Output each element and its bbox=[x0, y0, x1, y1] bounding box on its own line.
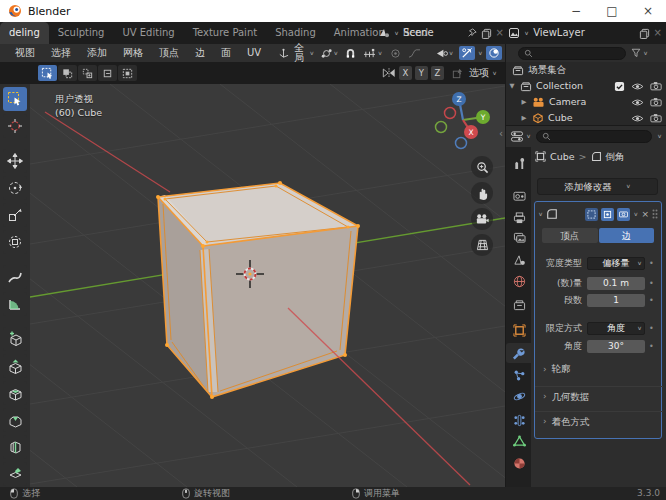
angle-input[interactable]: 30° bbox=[587, 340, 645, 353]
expand-icon[interactable]: ▶ bbox=[520, 99, 528, 106]
tool-knife[interactable] bbox=[3, 462, 27, 486]
scene-selector[interactable]: ∨ Scene × bbox=[378, 22, 504, 44]
outliner-search-input[interactable] bbox=[536, 48, 620, 59]
panel-expand-icon[interactable]: ∨ bbox=[538, 211, 543, 217]
proportional-falloff-dropdown[interactable] bbox=[406, 47, 423, 60]
workspace-tab-shading[interactable]: Shading bbox=[266, 22, 325, 44]
tab-vertices[interactable]: 顶点 bbox=[542, 228, 598, 243]
tool-move[interactable] bbox=[3, 149, 27, 173]
gizmos-toggle[interactable] bbox=[459, 46, 475, 60]
tool-bevel[interactable] bbox=[3, 408, 27, 432]
tab-modifiers[interactable] bbox=[506, 343, 532, 363]
menu-add[interactable]: 添加 bbox=[80, 48, 114, 58]
eye-icon[interactable] bbox=[631, 82, 644, 91]
drag-handle-icon[interactable] bbox=[652, 209, 658, 219]
tab-world[interactable] bbox=[506, 271, 532, 291]
sidebar-collapse-icon[interactable]: ‹ bbox=[499, 129, 503, 139]
tab-particles[interactable] bbox=[506, 365, 532, 385]
workspace-tab-modeling[interactable]: deling bbox=[0, 22, 49, 44]
tab-object[interactable] bbox=[506, 320, 532, 340]
select-mode-subtract-button[interactable] bbox=[98, 65, 117, 81]
view-layer-selector[interactable]: ∨ ViewLayer × bbox=[508, 22, 662, 44]
tab-physics[interactable] bbox=[506, 386, 532, 406]
properties-search-input[interactable] bbox=[554, 131, 614, 142]
section-shading[interactable]: › 着色方式 bbox=[535, 411, 663, 431]
proportional-editing-toggle[interactable] bbox=[388, 47, 403, 60]
pin-icon[interactable] bbox=[467, 28, 477, 38]
orthographic-toggle-button[interactable] bbox=[471, 234, 493, 256]
select-mode-new-button[interactable] bbox=[58, 65, 77, 81]
menu-select[interactable]: 选择 bbox=[44, 48, 78, 58]
symmetry-y-button[interactable]: Y bbox=[415, 66, 428, 80]
tool-transform[interactable] bbox=[3, 230, 27, 254]
tool-cursor[interactable] bbox=[3, 114, 27, 138]
camera-visibility-icon[interactable] bbox=[650, 97, 662, 107]
camera-visibility-icon[interactable] bbox=[650, 113, 662, 123]
viewport-3d[interactable]: 用户透视 (60) Cube Z Y X bbox=[30, 84, 505, 487]
zoom-button[interactable] bbox=[471, 156, 493, 178]
eye-icon[interactable] bbox=[631, 98, 644, 107]
tool-inset-faces[interactable] bbox=[3, 381, 27, 405]
tab-tool[interactable] bbox=[506, 153, 532, 173]
minimize-button[interactable]: − bbox=[558, 0, 594, 22]
mirror-symmetry-icon[interactable] bbox=[382, 67, 396, 79]
overlays-toggle[interactable] bbox=[486, 46, 502, 60]
menu-view[interactable]: 视图 bbox=[8, 48, 42, 58]
outliner-search[interactable] bbox=[518, 47, 626, 60]
add-modifier-dropdown[interactable]: 添加修改器 ∨ bbox=[537, 178, 658, 195]
show-gizmo-dropdown[interactable]: ∨ bbox=[434, 47, 456, 60]
workspace-tab-texture-paint[interactable]: Texture Paint bbox=[184, 22, 267, 44]
display-editmode-toggle[interactable] bbox=[601, 208, 614, 221]
select-mode-intersect-button[interactable] bbox=[118, 65, 137, 81]
display-on-cage-toggle[interactable] bbox=[585, 208, 598, 221]
pivot-point-dropdown[interactable]: ∨ bbox=[319, 47, 340, 60]
outliner-row-scene-collection[interactable]: 场景集合 bbox=[506, 62, 666, 78]
tab-output[interactable] bbox=[506, 208, 532, 228]
tab-object-data[interactable] bbox=[506, 431, 532, 451]
tool-annotate[interactable] bbox=[3, 265, 27, 289]
menu-face[interactable]: 面 bbox=[214, 48, 238, 58]
tool-measure[interactable] bbox=[3, 292, 27, 316]
snap-target-dropdown[interactable]: ∨ bbox=[361, 47, 384, 60]
animate-dot-icon[interactable]: • bbox=[649, 260, 654, 268]
select-mode-extend-button[interactable] bbox=[78, 65, 97, 81]
maximize-button[interactable]: □ bbox=[594, 0, 630, 22]
modifier-extras-icon[interactable]: ∨ bbox=[633, 211, 638, 217]
symmetry-x-button[interactable]: X bbox=[399, 66, 412, 80]
tool-rotate[interactable] bbox=[3, 176, 27, 200]
symmetry-z-button[interactable]: Z bbox=[431, 66, 444, 80]
tool-scale[interactable] bbox=[3, 203, 27, 227]
eye-icon[interactable] bbox=[631, 114, 644, 123]
menu-uv[interactable]: UV bbox=[240, 48, 268, 58]
menu-mesh[interactable]: 网格 bbox=[116, 48, 150, 58]
expand-icon[interactable]: ▼ bbox=[508, 83, 516, 90]
outliner-row-cube[interactable]: ▶ Cube bbox=[506, 110, 666, 125]
transform-orientation-dropdown[interactable]: 全局 ∨ bbox=[276, 42, 316, 64]
tool-loop-cut[interactable] bbox=[3, 435, 27, 459]
editor-type-dropdown[interactable]: ∨ bbox=[510, 130, 531, 143]
close-button[interactable]: × bbox=[630, 0, 666, 22]
workspace-tab-sculpting[interactable]: Sculpting bbox=[49, 22, 114, 44]
animate-dot-icon[interactable]: • bbox=[649, 280, 654, 288]
tool-extrude-region[interactable] bbox=[3, 354, 27, 378]
camera-visibility-icon[interactable] bbox=[650, 81, 662, 91]
pan-button[interactable] bbox=[471, 182, 493, 204]
select-mode-tweak-button[interactable] bbox=[38, 65, 57, 81]
tab-material[interactable] bbox=[506, 453, 532, 473]
section-profile[interactable]: › 轮廓 bbox=[535, 359, 663, 379]
amount-input[interactable]: 0.1 m bbox=[587, 277, 645, 290]
properties-search[interactable] bbox=[536, 130, 652, 143]
tool-select-box[interactable] bbox=[3, 87, 27, 111]
animate-dot-icon[interactable]: • bbox=[649, 343, 654, 351]
width-type-dropdown[interactable]: 偏移量∨ bbox=[587, 257, 645, 270]
breadcrumb-object[interactable]: Cube bbox=[550, 152, 575, 162]
tab-view-layer[interactable] bbox=[506, 228, 532, 248]
new-view-layer-icon[interactable] bbox=[639, 28, 650, 39]
pin-icon[interactable] bbox=[613, 152, 623, 162]
options-dropdown[interactable]: 选项 ∨ bbox=[467, 68, 499, 78]
animate-dot-icon[interactable]: • bbox=[649, 325, 654, 333]
outliner-row-camera[interactable]: ▶ Camera bbox=[506, 94, 666, 110]
navigation-gizmo[interactable]: Z Y X bbox=[434, 86, 496, 152]
tab-scene[interactable] bbox=[506, 250, 532, 270]
segments-input[interactable]: 1 bbox=[587, 294, 645, 307]
